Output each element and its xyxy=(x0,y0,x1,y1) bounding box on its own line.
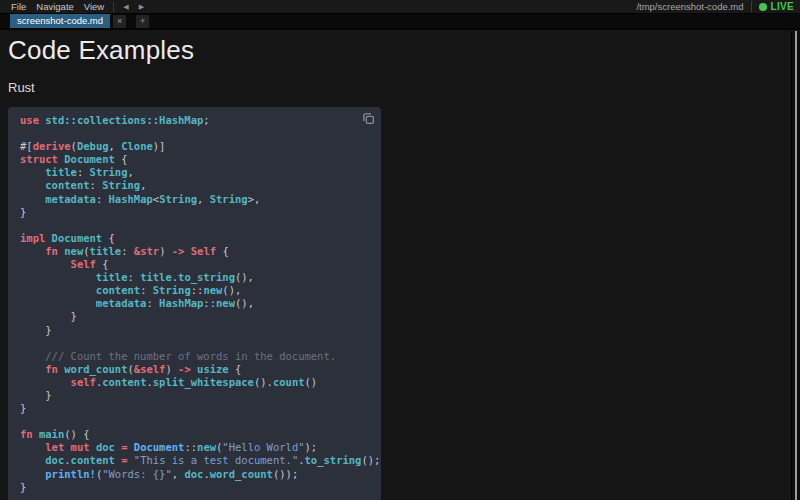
code-token: content xyxy=(96,284,140,296)
back-button[interactable]: ◀ xyxy=(118,1,133,13)
code-line xyxy=(20,219,369,232)
code-token: (), xyxy=(235,271,254,283)
code-token: : xyxy=(96,193,109,205)
code-line: fn word_count(&self) -> usize { xyxy=(20,363,369,376)
code-token: HashMap xyxy=(159,297,203,309)
code-token: ); xyxy=(305,441,318,453)
tab-close-button[interactable]: × xyxy=(113,15,126,28)
code-token: ; xyxy=(203,114,209,126)
code-line: fn main() { xyxy=(20,428,369,441)
code-token: String xyxy=(159,193,197,205)
tab-bar: screenshot-code.md × + xyxy=(0,14,800,30)
code-token: /// Count the number of words in the doc… xyxy=(45,350,336,362)
code-token: String xyxy=(102,179,140,191)
code-token: Self xyxy=(191,245,216,257)
code-token: #[ xyxy=(20,140,33,152)
code-line: println!("Words: {}", doc.word_count()); xyxy=(20,468,369,481)
document-view: Code Examples Rust use std::collections:… xyxy=(0,30,800,500)
code-line: title: String, xyxy=(20,166,369,179)
file-path: /tmp/screenshot-code.md xyxy=(636,1,750,12)
menu-navigate[interactable]: Navigate xyxy=(31,1,79,12)
forward-button[interactable]: ▶ xyxy=(134,1,149,13)
code-token: { xyxy=(102,232,115,244)
code-token: : xyxy=(90,179,103,191)
code-token: new xyxy=(64,245,83,257)
code-token: new xyxy=(203,284,222,296)
code-token: } xyxy=(20,310,77,322)
copy-icon xyxy=(362,112,375,125)
code-token xyxy=(20,271,96,283)
code-token: new xyxy=(216,297,235,309)
code-line: title: title.to_string(), xyxy=(20,271,369,284)
code-token: (). xyxy=(254,376,273,388)
live-label: LIVE xyxy=(771,1,794,12)
code-token: , xyxy=(172,468,185,480)
code-token: Document xyxy=(52,232,103,244)
code-token: -> xyxy=(178,363,191,375)
code-token: ) xyxy=(159,245,172,257)
code-line: let mut doc = Document::new("Hello World… xyxy=(20,441,369,454)
tab-screenshot-code-md[interactable]: screenshot-code.md xyxy=(10,14,110,28)
code-line xyxy=(20,337,369,350)
code-token xyxy=(20,258,71,270)
code-token: { xyxy=(96,258,109,270)
code-token: )] xyxy=(153,140,166,152)
code-line: } xyxy=(20,324,369,337)
code-token: doc xyxy=(96,441,115,453)
scrollbar-thumb[interactable] xyxy=(795,31,797,500)
code-token: : xyxy=(127,271,140,283)
code-token xyxy=(20,454,45,466)
code-token: title xyxy=(140,271,172,283)
code-token: { xyxy=(216,245,229,257)
code-token: String xyxy=(153,284,191,296)
code-line: impl Document { xyxy=(20,232,369,245)
code-token: Document xyxy=(134,441,185,453)
code-token xyxy=(20,245,45,257)
menubar-divider xyxy=(113,2,114,12)
code-line: content: String::new(), xyxy=(20,284,369,297)
code-line: fn new(title: &str) -> Self { xyxy=(20,245,369,258)
code-token: -> xyxy=(172,245,185,257)
code-token xyxy=(20,284,96,296)
code-token: Debug xyxy=(77,140,109,152)
code-line: /// Count the number of words in the doc… xyxy=(20,350,369,363)
code-token: println! xyxy=(45,468,96,480)
code-line: self.content.split_whitespace().count() xyxy=(20,376,369,389)
code-token xyxy=(20,376,71,388)
code-token: () { xyxy=(64,428,89,440)
new-tab-button[interactable]: + xyxy=(136,15,149,28)
code-token: "Hello World" xyxy=(222,441,304,453)
code-token: String xyxy=(90,166,128,178)
code-token: word_count xyxy=(210,468,273,480)
code-token: count xyxy=(273,376,305,388)
code-token: { xyxy=(229,363,242,375)
code-token: struct xyxy=(20,153,64,165)
code-line: metadata: HashMap<String, String>, xyxy=(20,193,369,206)
code-token: title xyxy=(45,166,77,178)
code-token: impl xyxy=(20,232,52,244)
code-token: () xyxy=(305,376,318,388)
menu-view[interactable]: View xyxy=(79,1,109,12)
code-token: String xyxy=(210,193,248,205)
code-token: title xyxy=(96,271,128,283)
tab-label: screenshot-code.md xyxy=(17,15,103,26)
code-line: } xyxy=(20,402,369,415)
scrollbar[interactable] xyxy=(791,31,800,500)
code-token: "Words: {}" xyxy=(102,468,172,480)
code-token xyxy=(20,193,45,205)
menu-file[interactable]: File xyxy=(6,1,31,12)
code-token: to_string xyxy=(305,454,362,466)
language-label: Rust xyxy=(8,80,792,95)
code-token: HashMap xyxy=(109,193,153,205)
code-token xyxy=(20,179,45,191)
code-token: , xyxy=(109,140,122,152)
code-token: :: xyxy=(184,441,197,453)
live-indicator: LIVE xyxy=(751,1,794,12)
code-token: to_string xyxy=(178,271,235,283)
code-token: &self xyxy=(134,363,166,375)
code-token: word_count xyxy=(64,363,127,375)
code-token xyxy=(20,468,45,480)
code-line: } xyxy=(20,310,369,323)
copy-code-button[interactable] xyxy=(361,112,375,126)
code-token: (); xyxy=(361,454,380,466)
